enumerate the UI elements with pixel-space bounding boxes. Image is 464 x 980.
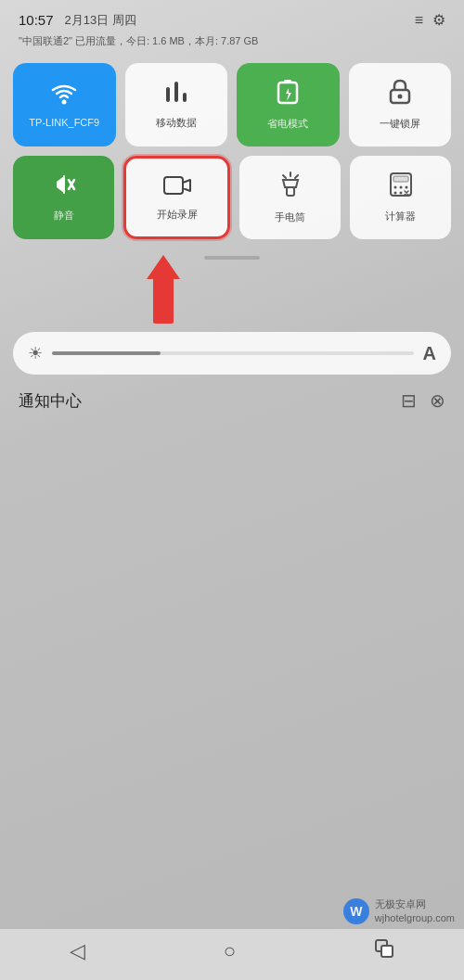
tile-mobile-data-label: 移动数据 [156, 116, 197, 130]
svg-point-20 [405, 186, 407, 189]
brightness-track[interactable] [52, 351, 414, 355]
svg-point-0 [62, 99, 67, 104]
quick-tiles: TP-LINK_FCF9 移动数据 [0, 56, 464, 256]
tile-calculator[interactable]: 计算器 [350, 156, 451, 239]
sun-icon: ☀ [28, 343, 43, 363]
status-date: 2月13日 周四 [65, 12, 136, 29]
tile-screen-record[interactable]: 开始录屏 [123, 156, 230, 239]
tile-lock-label: 一键锁屏 [380, 117, 420, 131]
svg-line-15 [295, 175, 298, 178]
brightness-fill [52, 351, 161, 355]
data-usage-bar: "中国联通2" 已用流量，今日: 1.6 MB，本月: 7.87 GB [0, 32, 464, 56]
tile-screen-record-label: 开始录屏 [157, 208, 198, 222]
settings-icon: ⚙ [432, 11, 445, 29]
svg-line-14 [283, 175, 286, 178]
brightness-slider[interactable]: ☀ A [13, 332, 451, 375]
notification-header: 通知中心 ⊟ ⊗ [0, 386, 464, 415]
home-button[interactable]: ○ [205, 934, 254, 969]
screen-record-icon [163, 173, 191, 202]
phone-screen: 10:57 2月13日 周四 ≡ ⚙ "中国联通2" 已用流量，今日: 1.6 … [0, 0, 464, 980]
auto-brightness-label[interactable]: A [423, 343, 436, 364]
tile-silent-label: 静音 [54, 209, 74, 223]
watermark-logo: W [343, 898, 369, 924]
arrow-head [147, 255, 180, 279]
tiles-row-1: TP-LINK_FCF9 移动数据 [13, 63, 451, 146]
lock-icon [389, 79, 411, 111]
data-usage-text: "中国联通2" 已用流量，今日: 1.6 MB，本月: 7.87 GB [19, 35, 258, 46]
svg-point-22 [399, 192, 402, 195]
status-right: ≡ ⚙ [415, 11, 445, 29]
tile-calculator-label: 计算器 [385, 210, 416, 223]
arrow-shaft [153, 277, 174, 324]
watermark-line1: 无极安卓网 [375, 897, 455, 910]
tile-silent[interactable]: 静音 [13, 156, 114, 239]
brightness-row: ☀ A [0, 332, 464, 375]
red-arrow [147, 255, 180, 324]
svg-point-21 [393, 192, 396, 195]
notification-icons: ⊟ ⊗ [401, 389, 445, 412]
mobile-data-icon [164, 80, 188, 110]
tile-mobile-data[interactable]: 移动数据 [125, 63, 228, 146]
tile-lock-screen[interactable]: 一键锁屏 [349, 63, 452, 146]
watermark: W 无极安卓网 wjhotelgroup.com [343, 897, 455, 924]
recents-button[interactable] [355, 933, 413, 970]
tile-wifi-label: TP-LINK_FCF9 [29, 117, 99, 128]
calculator-icon [389, 172, 413, 204]
power-save-icon [277, 79, 299, 111]
svg-rect-17 [393, 176, 408, 182]
watermark-text: 无极安卓网 wjhotelgroup.com [375, 897, 455, 924]
bottom-nav: ◁ ○ [0, 929, 464, 980]
wifi-icon [51, 83, 77, 111]
watermark-line2: wjhotelgroup.com [375, 911, 455, 924]
back-button[interactable]: ◁ [51, 934, 104, 969]
svg-rect-5 [284, 80, 291, 83]
menu-icon: ≡ [415, 12, 423, 29]
tile-flashlight[interactable]: 手电筒 [239, 156, 341, 239]
tile-flashlight-label: 手电筒 [275, 210, 305, 224]
drag-handle [204, 256, 260, 260]
flashlight-icon [280, 171, 301, 205]
svg-rect-24 [381, 946, 393, 957]
notification-manage-icon[interactable]: ⊟ [401, 389, 417, 412]
svg-point-7 [397, 95, 402, 99]
status-time: 10:57 [19, 12, 54, 28]
tile-power-save[interactable]: 省电模式 [237, 63, 340, 146]
notification-clear-icon[interactable]: ⊗ [430, 389, 445, 412]
silent-icon [52, 172, 76, 203]
tile-power-save-label: 省电模式 [267, 117, 308, 131]
svg-marker-11 [283, 180, 298, 187]
svg-rect-10 [164, 177, 183, 194]
svg-point-18 [393, 186, 396, 189]
arrow-annotation [0, 262, 464, 327]
tile-wifi[interactable]: TP-LINK_FCF9 [13, 63, 116, 146]
status-bar: 10:57 2月13日 周四 ≡ ⚙ [0, 0, 464, 32]
tiles-row-2: 静音 开始录屏 [13, 156, 451, 239]
svg-rect-12 [287, 187, 294, 196]
svg-point-19 [399, 186, 402, 189]
notification-title: 通知中心 [19, 390, 82, 412]
